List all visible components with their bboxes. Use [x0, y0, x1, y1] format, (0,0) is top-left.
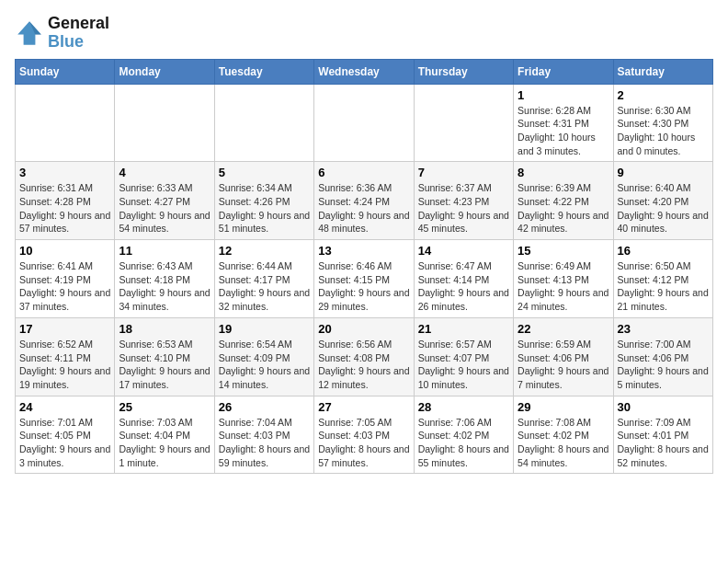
calendar-cell: 24Sunrise: 7:01 AM Sunset: 4:05 PM Dayli…	[16, 396, 115, 474]
day-info: Sunrise: 6:49 AM Sunset: 4:13 PM Dayligh…	[518, 259, 609, 314]
day-number: 2	[618, 88, 709, 102]
calendar-cell: 22Sunrise: 6:59 AM Sunset: 4:06 PM Dayli…	[514, 317, 613, 396]
day-number: 24	[19, 400, 110, 414]
day-info: Sunrise: 6:53 AM Sunset: 4:10 PM Dayligh…	[119, 338, 210, 392]
day-number: 12	[219, 244, 310, 258]
calendar-cell	[414, 84, 513, 162]
day-info: Sunrise: 7:04 AM Sunset: 4:03 PM Dayligh…	[219, 416, 310, 470]
day-info: Sunrise: 6:36 AM Sunset: 4:24 PM Dayligh…	[318, 181, 409, 236]
day-info: Sunrise: 6:41 AM Sunset: 4:19 PM Dayligh…	[19, 259, 110, 314]
day-number: 22	[518, 322, 609, 336]
calendar-cell: 4Sunrise: 6:33 AM Sunset: 4:27 PM Daylig…	[115, 162, 214, 240]
day-info: Sunrise: 6:52 AM Sunset: 4:11 PM Dayligh…	[19, 338, 110, 392]
page-header: General Blue	[15, 15, 713, 52]
day-number: 28	[418, 400, 509, 414]
day-info: Sunrise: 7:00 AM Sunset: 4:06 PM Dayligh…	[618, 338, 709, 392]
day-info: Sunrise: 6:47 AM Sunset: 4:14 PM Dayligh…	[418, 259, 509, 314]
day-info: Sunrise: 6:33 AM Sunset: 4:27 PM Dayligh…	[119, 181, 210, 236]
calendar-cell: 19Sunrise: 6:54 AM Sunset: 4:09 PM Dayli…	[214, 317, 313, 396]
day-info: Sunrise: 6:37 AM Sunset: 4:23 PM Dayligh…	[418, 181, 509, 236]
day-info: Sunrise: 6:30 AM Sunset: 4:30 PM Dayligh…	[618, 104, 709, 158]
day-number: 26	[219, 400, 310, 414]
day-info: Sunrise: 6:40 AM Sunset: 4:20 PM Dayligh…	[618, 181, 709, 236]
day-number: 18	[119, 322, 210, 336]
day-number: 8	[518, 166, 609, 179]
calendar-cell: 27Sunrise: 7:05 AM Sunset: 4:03 PM Dayli…	[314, 396, 414, 474]
day-number: 7	[418, 166, 509, 179]
calendar-cell: 11Sunrise: 6:43 AM Sunset: 4:18 PM Dayli…	[115, 240, 214, 318]
day-info: Sunrise: 6:34 AM Sunset: 4:26 PM Dayligh…	[219, 181, 310, 236]
calendar-week-row: 1Sunrise: 6:28 AM Sunset: 4:31 PM Daylig…	[16, 84, 713, 162]
calendar-cell	[314, 84, 414, 162]
day-number: 25	[119, 400, 210, 414]
calendar-cell: 25Sunrise: 7:03 AM Sunset: 4:04 PM Dayli…	[115, 396, 214, 474]
weekday-label: Sunday	[16, 59, 115, 84]
day-info: Sunrise: 6:28 AM Sunset: 4:31 PM Dayligh…	[518, 104, 609, 158]
calendar-table: SundayMondayTuesdayWednesdayThursdayFrid…	[15, 59, 713, 475]
weekday-label: Saturday	[613, 59, 712, 84]
day-info: Sunrise: 7:06 AM Sunset: 4:02 PM Dayligh…	[418, 416, 509, 470]
weekday-label: Thursday	[414, 59, 513, 84]
day-number: 21	[418, 322, 509, 336]
day-info: Sunrise: 6:50 AM Sunset: 4:12 PM Dayligh…	[618, 259, 709, 314]
day-number: 27	[318, 400, 409, 414]
day-number: 16	[618, 244, 709, 258]
calendar-cell: 2Sunrise: 6:30 AM Sunset: 4:30 PM Daylig…	[613, 84, 712, 162]
calendar-cell: 15Sunrise: 6:49 AM Sunset: 4:13 PM Dayli…	[514, 240, 613, 318]
calendar-week-row: 17Sunrise: 6:52 AM Sunset: 4:11 PM Dayli…	[16, 317, 713, 396]
calendar-body: 1Sunrise: 6:28 AM Sunset: 4:31 PM Daylig…	[16, 84, 713, 474]
day-number: 23	[618, 322, 709, 336]
logo: General Blue	[15, 15, 109, 52]
weekday-label: Wednesday	[314, 59, 414, 84]
day-info: Sunrise: 6:31 AM Sunset: 4:28 PM Dayligh…	[19, 181, 110, 236]
day-number: 4	[119, 166, 210, 179]
day-number: 29	[518, 400, 609, 414]
calendar-cell: 13Sunrise: 6:46 AM Sunset: 4:15 PM Dayli…	[314, 240, 414, 318]
calendar-cell: 5Sunrise: 6:34 AM Sunset: 4:26 PM Daylig…	[214, 162, 313, 240]
logo-text: General Blue	[48, 15, 109, 52]
day-number: 14	[418, 244, 509, 258]
day-number: 11	[119, 244, 210, 258]
day-info: Sunrise: 7:08 AM Sunset: 4:02 PM Dayligh…	[518, 416, 609, 470]
calendar-week-row: 3Sunrise: 6:31 AM Sunset: 4:28 PM Daylig…	[16, 162, 713, 240]
calendar-cell: 14Sunrise: 6:47 AM Sunset: 4:14 PM Dayli…	[414, 240, 513, 318]
day-info: Sunrise: 6:59 AM Sunset: 4:06 PM Dayligh…	[518, 338, 609, 392]
day-number: 30	[618, 400, 709, 414]
day-info: Sunrise: 6:54 AM Sunset: 4:09 PM Dayligh…	[219, 338, 310, 392]
day-number: 3	[19, 166, 110, 179]
day-info: Sunrise: 7:01 AM Sunset: 4:05 PM Dayligh…	[19, 416, 110, 470]
calendar-cell: 8Sunrise: 6:39 AM Sunset: 4:22 PM Daylig…	[514, 162, 613, 240]
day-info: Sunrise: 6:46 AM Sunset: 4:15 PM Dayligh…	[318, 259, 409, 314]
calendar-cell: 20Sunrise: 6:56 AM Sunset: 4:08 PM Dayli…	[314, 317, 414, 396]
day-number: 9	[618, 166, 709, 179]
day-info: Sunrise: 6:44 AM Sunset: 4:17 PM Dayligh…	[219, 259, 310, 314]
day-info: Sunrise: 7:03 AM Sunset: 4:04 PM Dayligh…	[119, 416, 210, 470]
day-number: 5	[219, 166, 310, 179]
calendar-week-row: 24Sunrise: 7:01 AM Sunset: 4:05 PM Dayli…	[16, 396, 713, 474]
day-number: 10	[19, 244, 110, 258]
calendar-cell: 18Sunrise: 6:53 AM Sunset: 4:10 PM Dayli…	[115, 317, 214, 396]
day-number: 19	[219, 322, 310, 336]
calendar-cell: 12Sunrise: 6:44 AM Sunset: 4:17 PM Dayli…	[214, 240, 313, 318]
day-info: Sunrise: 6:56 AM Sunset: 4:08 PM Dayligh…	[318, 338, 409, 392]
day-info: Sunrise: 6:39 AM Sunset: 4:22 PM Dayligh…	[518, 181, 609, 236]
weekday-header-row: SundayMondayTuesdayWednesdayThursdayFrid…	[16, 59, 713, 84]
calendar-cell: 17Sunrise: 6:52 AM Sunset: 4:11 PM Dayli…	[16, 317, 115, 396]
calendar-cell: 3Sunrise: 6:31 AM Sunset: 4:28 PM Daylig…	[16, 162, 115, 240]
day-number: 1	[518, 88, 609, 102]
weekday-label: Friday	[514, 59, 613, 84]
calendar-cell: 28Sunrise: 7:06 AM Sunset: 4:02 PM Dayli…	[414, 396, 513, 474]
day-number: 15	[518, 244, 609, 258]
day-info: Sunrise: 7:09 AM Sunset: 4:01 PM Dayligh…	[618, 416, 709, 470]
calendar-cell: 7Sunrise: 6:37 AM Sunset: 4:23 PM Daylig…	[414, 162, 513, 240]
day-number: 13	[318, 244, 409, 258]
logo-icon	[15, 18, 44, 48]
calendar-cell: 23Sunrise: 7:00 AM Sunset: 4:06 PM Dayli…	[613, 317, 712, 396]
weekday-label: Monday	[115, 59, 214, 84]
calendar-week-row: 10Sunrise: 6:41 AM Sunset: 4:19 PM Dayli…	[16, 240, 713, 318]
day-number: 17	[19, 322, 110, 336]
day-info: Sunrise: 6:57 AM Sunset: 4:07 PM Dayligh…	[418, 338, 509, 392]
calendar-cell	[16, 84, 115, 162]
calendar-cell	[115, 84, 214, 162]
calendar-cell: 16Sunrise: 6:50 AM Sunset: 4:12 PM Dayli…	[613, 240, 712, 318]
